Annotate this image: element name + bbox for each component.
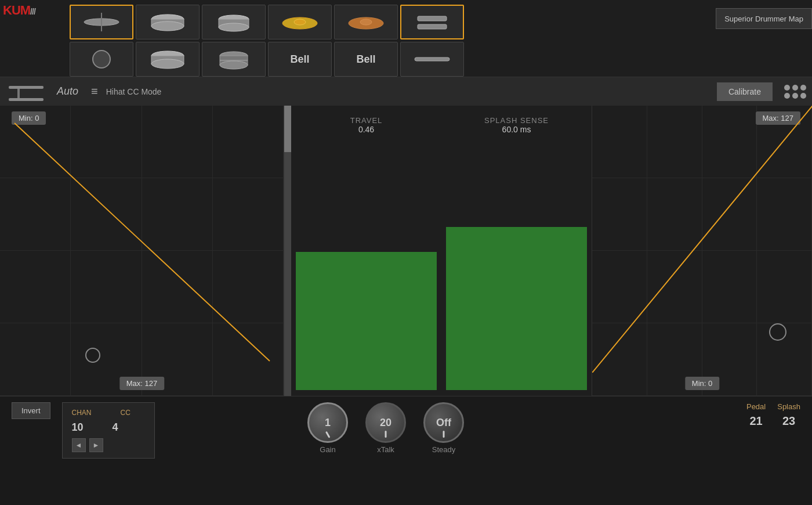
svg-rect-13 <box>418 24 447 29</box>
gain-knob[interactable]: 1 <box>307 402 348 443</box>
instrument-cymbal-bronze[interactable] <box>334 5 398 39</box>
right-curve-panel: Max: 127 Min: 0 <box>592 106 812 396</box>
snare4-icon <box>213 48 254 71</box>
center-scrollbar[interactable] <box>284 106 291 396</box>
svg-point-17 <box>151 59 184 68</box>
center-panel: TRAVEL 0.46 SPLASH SENSE 60.0 ms <box>291 106 592 396</box>
pedal-value: 21 <box>749 414 762 428</box>
cc-value: 4 <box>113 421 118 434</box>
arrow-right-button[interactable]: ► <box>89 438 103 452</box>
bar-icon <box>412 53 452 65</box>
instrument-circle[interactable] <box>70 42 133 77</box>
svg-rect-25 <box>9 98 44 101</box>
center-area: TRAVEL 0.46 SPLASH SENSE 60.0 ms <box>284 106 592 396</box>
left-curve-svg <box>0 106 284 373</box>
hihat-cc-label: Hihat CC Mode <box>106 87 711 96</box>
auto-label: Auto <box>57 85 78 98</box>
dots-icon[interactable] <box>784 85 806 99</box>
chan-cc-box: CHAN CC 10 4 ◄ ► <box>62 402 155 459</box>
svg-rect-24 <box>17 89 20 99</box>
svg-point-20 <box>220 61 248 69</box>
chan-cc-headers: CHAN CC <box>72 409 145 417</box>
svg-rect-23 <box>9 86 44 89</box>
xtalk-knob[interactable]: 20 <box>365 402 406 443</box>
gain-knob-group: 1 Gain <box>307 402 348 454</box>
hihat-cc-bar: Auto ≡ Hihat CC Mode Calibrate <box>0 77 812 106</box>
svg-point-4 <box>151 21 184 31</box>
instrument-snare2[interactable] <box>202 5 266 39</box>
invert-button[interactable]: Invert <box>12 402 50 419</box>
arrow-left-button[interactable]: ◄ <box>72 438 86 452</box>
splash-header: SPLASH SENSE 60.0 ms <box>441 116 592 134</box>
instrument-bell1[interactable]: Bell <box>268 42 332 77</box>
cymbal-bronze-icon <box>346 10 386 34</box>
logo-lines: /// <box>30 7 35 16</box>
superior-map-button[interactable]: Superior Drummer Map <box>716 8 812 29</box>
travel-value: 0.46 <box>358 125 374 134</box>
gain-knob-indicator <box>325 431 331 438</box>
steady-off-value: Off <box>436 417 451 429</box>
cymbal-gold-icon <box>280 10 320 34</box>
main-content: Min: 0 Max: 127 TRAVEL 0.46 SPLASH SENS <box>0 106 812 396</box>
xtalk-value: 20 <box>380 417 392 429</box>
eq-icon: ≡ <box>91 85 98 98</box>
instrument-row-2: Bell Bell <box>70 42 812 77</box>
steady-knob[interactable]: Off <box>423 402 464 443</box>
steady-label: Steady <box>432 445 455 454</box>
app-logo: KUM/// <box>3 3 35 18</box>
xtalk-knob-group: 20 xTalk <box>365 402 406 454</box>
instrument-row-1 <box>70 5 812 39</box>
left-max-label: Max: 127 <box>119 377 164 390</box>
splash-bar <box>446 227 587 390</box>
chan-value: 10 <box>72 421 84 434</box>
hihat-pedal-icon <box>6 81 46 102</box>
instrument-snare1[interactable] <box>136 5 200 39</box>
param-labels-row: TRAVEL 0.46 SPLASH SENSE 60.0 ms <box>291 111 592 139</box>
instrument-snare3[interactable] <box>136 42 200 77</box>
instrument-cymbal-gold[interactable] <box>268 5 332 39</box>
svg-line-26 <box>14 123 270 361</box>
instrument-bell2[interactable]: Bell <box>334 42 398 77</box>
instrument-snare4[interactable] <box>202 42 266 77</box>
chan-cc-arrows: ◄ ► <box>72 438 145 452</box>
splash-value: 23 <box>782 414 795 428</box>
circle-icon <box>90 48 113 71</box>
splash-label: Splash <box>777 402 800 411</box>
travel-header: TRAVEL 0.46 <box>291 116 441 134</box>
chan-header: CHAN <box>72 409 92 417</box>
gain-value: 1 <box>325 417 331 429</box>
svg-point-11 <box>360 19 372 25</box>
left-curve-panel: Min: 0 Max: 127 <box>0 106 284 396</box>
knobs-area: 1 Gain 20 xTalk Off Steady <box>307 402 464 454</box>
calibrate-button[interactable]: Calibrate <box>717 82 773 101</box>
right-curve-svg <box>592 106 812 373</box>
scrollbar-thumb[interactable] <box>284 106 291 152</box>
svg-rect-12 <box>418 16 447 21</box>
svg-line-29 <box>592 106 812 373</box>
steady-knob-group: Off Steady <box>423 402 464 454</box>
splash-sense-label: SPLASH SENSE <box>484 116 549 125</box>
svg-point-9 <box>294 19 306 25</box>
instrument-hihat-top[interactable] <box>70 5 133 39</box>
bottom-controls: Invert CHAN CC 10 4 ◄ ► 1 Gain 20 <box>0 396 812 505</box>
travel-label: TRAVEL <box>350 116 383 125</box>
gain-label: Gain <box>320 445 335 454</box>
splash-group: Splash 23 <box>777 402 800 428</box>
hihat-top-icon <box>81 10 122 34</box>
svg-point-30 <box>770 324 786 340</box>
snare1-icon <box>147 10 188 34</box>
instrument-hihat-closed[interactable] <box>400 5 464 39</box>
snare3-icon <box>147 48 188 71</box>
logo-text: KUM <box>3 3 30 17</box>
pedal-label: Pedal <box>746 402 766 411</box>
pedal-group: Pedal 21 <box>746 402 766 428</box>
svg-point-27 <box>86 348 100 362</box>
cc-header: CC <box>121 409 130 417</box>
svg-point-7 <box>219 23 249 31</box>
xtalk-label: xTalk <box>377 445 394 454</box>
hihat-closed-icon <box>412 10 452 34</box>
snare2-icon <box>213 10 254 34</box>
pedal-splash-area: Pedal 21 Splash 23 <box>746 402 800 428</box>
svg-rect-22 <box>415 57 449 61</box>
instrument-bar[interactable] <box>400 42 464 77</box>
